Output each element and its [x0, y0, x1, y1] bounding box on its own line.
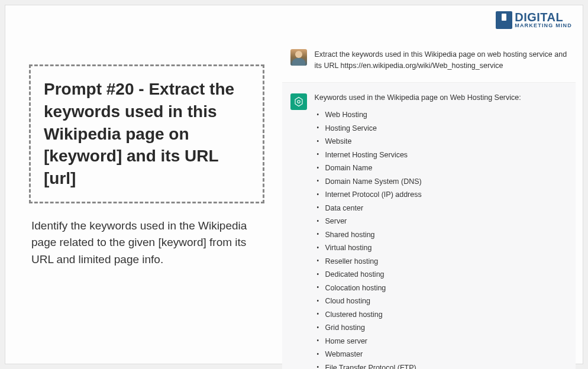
- list-item: Reseller hosting: [325, 255, 567, 268]
- list-item: Domain Name: [325, 162, 567, 176]
- prompt-description: Identify the keywords used in the Wikipe…: [29, 218, 264, 268]
- list-item: Hosting Service: [325, 122, 567, 135]
- list-item: Virtual hosting: [325, 242, 567, 255]
- page-container: Prompt #20 - Extract the keywords used i…: [5, 5, 583, 364]
- list-item: Internet Hosting Services: [325, 148, 567, 162]
- list-item: Domain Name System (DNS): [325, 175, 567, 189]
- list-item: Dedicated hosting: [325, 268, 567, 282]
- list-item: Colocation hosting: [325, 281, 567, 295]
- ai-heading: Keywords used in the Wikipedia page on W…: [314, 93, 567, 102]
- keyword-list: Web HostingHosting ServiceWebsiteInterne…: [314, 109, 567, 370]
- list-item: Clustered hosting: [325, 308, 567, 322]
- list-item: Website: [325, 135, 567, 149]
- logo-icon: [496, 11, 512, 29]
- user-message-text: Extract the keywords used in this Wikipe…: [314, 49, 567, 72]
- list-item: File Transfer Protocol (FTP): [325, 361, 567, 369]
- logo-main-text: DIGITAL: [515, 12, 572, 23]
- ai-avatar-icon: [290, 93, 307, 110]
- chat-container: Extract the keywords used in this Wikipe…: [282, 42, 576, 369]
- logo: DIGITAL MARKETING MIND: [496, 11, 572, 29]
- list-item: Grid hosting: [325, 322, 567, 335]
- prompt-title: Prompt #20 - Extract the keywords used i…: [44, 78, 250, 190]
- list-item: Webmaster: [325, 348, 567, 362]
- prompt-box: Prompt #20 - Extract the keywords used i…: [29, 64, 264, 203]
- user-message: Extract the keywords used in this Wikipe…: [282, 42, 576, 82]
- list-item: Internet Protocol (IP) address: [325, 189, 567, 202]
- logo-sub-text: MARKETING MIND: [515, 23, 572, 28]
- user-avatar-icon: [290, 49, 307, 66]
- list-item: Web Hosting: [325, 109, 567, 122]
- right-panel: DIGITAL MARKETING MIND Extract the keywo…: [282, 5, 583, 364]
- list-item: Shared hosting: [325, 228, 567, 242]
- logo-text-container: DIGITAL MARKETING MIND: [515, 12, 572, 28]
- list-item: Server: [325, 215, 567, 229]
- list-item: Data center: [325, 202, 567, 215]
- ai-message: Keywords used in the Wikipedia page on W…: [282, 82, 576, 370]
- ai-content: Keywords used in the Wikipedia page on W…: [314, 93, 567, 370]
- list-item: Home server: [325, 335, 567, 348]
- list-item: Cloud hosting: [325, 295, 567, 309]
- svg-point-0: [298, 100, 301, 103]
- left-panel: Prompt #20 - Extract the keywords used i…: [5, 5, 282, 364]
